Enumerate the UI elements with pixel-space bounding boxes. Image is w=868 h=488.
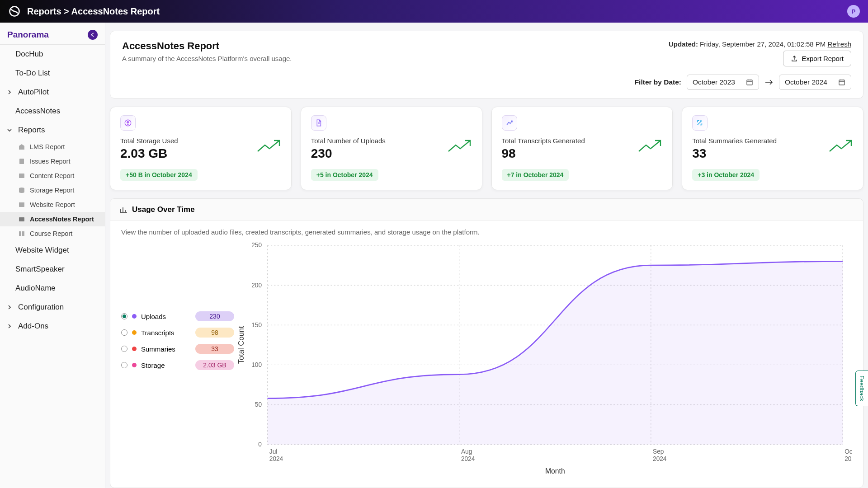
accessibility-icon bbox=[120, 115, 136, 131]
sidebar-sub-lms-report[interactable]: LMS Report bbox=[0, 140, 105, 154]
sidebar-item-smartspeaker[interactable]: SmartSpeaker bbox=[0, 260, 105, 279]
sidebar-item-addons[interactable]: Add-Ons bbox=[0, 317, 105, 336]
trend-icon bbox=[502, 115, 517, 131]
updated-timestamp: Updated: Friday, September 27, 2024, 01:… bbox=[669, 40, 851, 48]
sidebar-sub-accessnotes-report[interactable]: AccessNotes Report bbox=[0, 212, 105, 226]
layers-icon bbox=[18, 172, 25, 179]
user-avatar[interactable]: P bbox=[847, 5, 860, 18]
svg-text:2024: 2024 bbox=[461, 455, 475, 462]
trend-up-icon bbox=[257, 139, 281, 153]
svg-text:250: 250 bbox=[251, 241, 262, 249]
sidebar-item-website-widget[interactable]: Website Widget bbox=[0, 241, 105, 260]
svg-text:200: 200 bbox=[251, 281, 262, 288]
page-subtitle: A summary of the AccessNotes Platform's … bbox=[122, 55, 292, 62]
building-icon bbox=[18, 143, 25, 150]
series-dot bbox=[132, 314, 137, 319]
date-filter-row: Filter by Date: October 2023 October 202… bbox=[122, 75, 851, 90]
sidebar-item-dochub[interactable]: DocHub bbox=[0, 45, 105, 64]
document-icon bbox=[18, 158, 25, 165]
stat-uploads: Total Number of Uploads 230 +5 in Octobe… bbox=[301, 107, 482, 190]
book-icon bbox=[18, 230, 25, 237]
stat-delta: +5 in October 2024 bbox=[311, 169, 378, 181]
sidebar-org-header: Panorama bbox=[0, 26, 105, 45]
sparkle-icon bbox=[692, 115, 708, 131]
sidebar-sub-website-report[interactable]: Website Report bbox=[0, 197, 105, 212]
export-report-button[interactable]: Export Report bbox=[783, 51, 851, 66]
stat-delta: +50 B in October 2024 bbox=[120, 169, 198, 181]
trend-up-icon bbox=[829, 139, 853, 153]
usage-chart-card: Usage Over Time View the number of uploa… bbox=[110, 198, 863, 488]
refresh-link[interactable]: Refresh bbox=[827, 40, 851, 48]
export-icon bbox=[791, 55, 798, 62]
chart-legend: Uploads 230 Transcripts 98 Summaries 33 bbox=[121, 240, 234, 479]
sidebar-sub-course-report[interactable]: Course Report bbox=[0, 226, 105, 241]
topbar: Reports > AccessNotes Report P bbox=[0, 0, 868, 23]
radio-icon bbox=[121, 313, 127, 319]
sidebar-item-accessnotes[interactable]: AccessNotes bbox=[0, 102, 105, 121]
series-dot bbox=[132, 347, 137, 351]
sidebar-item-reports[interactable]: Reports bbox=[0, 121, 105, 140]
svg-point-11 bbox=[127, 121, 128, 122]
chevron-down-icon bbox=[7, 128, 14, 132]
date-to-picker[interactable]: October 2024 bbox=[779, 75, 851, 90]
filter-label: Filter by Date: bbox=[635, 78, 681, 86]
app-logo-icon bbox=[8, 5, 21, 18]
svg-text:Month: Month bbox=[545, 466, 565, 474]
legend-storage[interactable]: Storage 2.03 GB bbox=[121, 357, 234, 373]
stat-delta: +7 in October 2024 bbox=[502, 169, 569, 181]
sidebar-item-audioname[interactable]: AudioName bbox=[0, 279, 105, 298]
chevron-right-icon bbox=[7, 90, 14, 94]
collapse-sidebar-icon[interactable] bbox=[88, 30, 98, 40]
stat-storage: Total Storage Used 2.03 GB +50 B in Octo… bbox=[110, 107, 292, 190]
svg-text:2024: 2024 bbox=[653, 455, 667, 462]
chart-description: View the number of uploaded audio files,… bbox=[110, 221, 863, 236]
stat-cards-row: Total Storage Used 2.03 GB +50 B in Octo… bbox=[110, 107, 863, 190]
chevron-right-icon bbox=[7, 324, 14, 328]
report-header-card: AccessNotes Report A summary of the Acce… bbox=[110, 31, 863, 99]
date-from-picker[interactable]: October 2023 bbox=[687, 75, 759, 90]
svg-text:50: 50 bbox=[255, 401, 262, 408]
calendar-icon bbox=[746, 79, 753, 86]
window-icon bbox=[18, 201, 25, 208]
trend-up-icon bbox=[638, 139, 662, 153]
database-icon bbox=[18, 187, 25, 194]
svg-rect-9 bbox=[839, 80, 844, 85]
svg-text:150: 150 bbox=[251, 321, 262, 328]
svg-rect-1 bbox=[19, 146, 24, 150]
svg-text:Total Count: Total Count bbox=[237, 326, 245, 364]
sidebar-sub-content-report[interactable]: Content Report bbox=[0, 169, 105, 183]
sidebar-item-configuration[interactable]: Configuration bbox=[0, 298, 105, 317]
breadcrumb: Reports > AccessNotes Report bbox=[27, 6, 160, 17]
svg-rect-2 bbox=[19, 159, 24, 164]
svg-text:Oct: Oct bbox=[844, 447, 852, 455]
svg-text:2024: 2024 bbox=[844, 455, 852, 462]
svg-text:2024: 2024 bbox=[269, 455, 283, 462]
svg-text:0: 0 bbox=[258, 441, 262, 448]
stat-summaries: Total Summaries Generated 33 +3 in Octob… bbox=[682, 107, 863, 190]
legend-uploads[interactable]: Uploads 230 bbox=[121, 308, 234, 324]
legend-transcripts[interactable]: Transcripts 98 bbox=[121, 324, 234, 341]
page-title: AccessNotes Report bbox=[122, 40, 292, 52]
svg-text:Aug: Aug bbox=[461, 447, 472, 455]
svg-rect-6 bbox=[19, 202, 24, 204]
sidebar-sub-issues-report[interactable]: Issues Report bbox=[0, 154, 105, 169]
stat-delta: +3 in October 2024 bbox=[692, 169, 760, 181]
svg-rect-3 bbox=[19, 174, 24, 178]
chart-title: Usage Over Time bbox=[132, 205, 195, 214]
main-content: AccessNotes Report A summary of the Acce… bbox=[105, 23, 868, 488]
svg-text:Sep: Sep bbox=[653, 447, 664, 455]
bar-chart-icon bbox=[119, 206, 127, 214]
calendar-icon bbox=[838, 79, 845, 86]
chevron-right-icon bbox=[7, 305, 14, 310]
svg-rect-8 bbox=[747, 80, 752, 85]
feedback-tab[interactable]: Feedback bbox=[855, 371, 868, 406]
legend-summaries[interactable]: Summaries 33 bbox=[121, 341, 234, 357]
sidebar-item-todo[interactable]: To-Do List bbox=[0, 64, 105, 83]
sidebar-item-autopilot[interactable]: AutoPilot bbox=[0, 83, 105, 102]
report-icon bbox=[18, 216, 25, 223]
sidebar-sub-storage-report[interactable]: Storage Report bbox=[0, 183, 105, 197]
chart-plot: 050100150200250Jul2024Aug2024Sep2024Oct2… bbox=[234, 240, 852, 479]
series-dot bbox=[132, 363, 137, 367]
arrow-right-icon bbox=[764, 79, 774, 85]
svg-text:100: 100 bbox=[251, 361, 262, 368]
